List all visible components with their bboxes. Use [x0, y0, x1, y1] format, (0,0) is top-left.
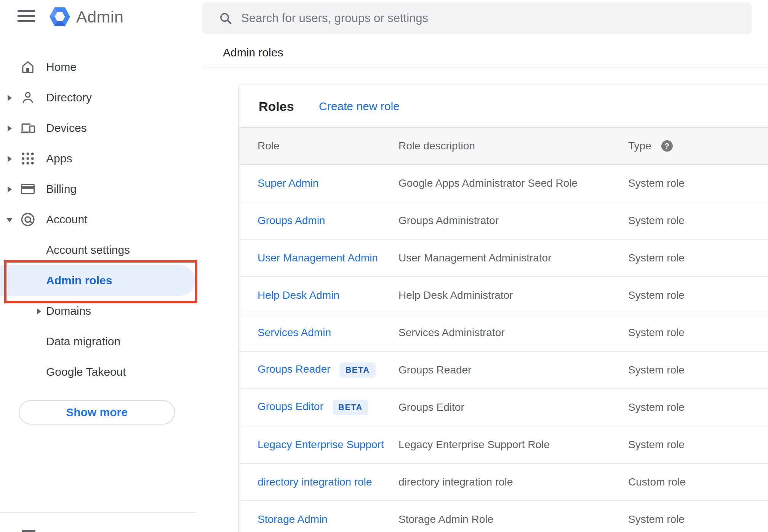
column-header-description: Role description: [398, 140, 628, 152]
table-row: Super AdminGoogle Apps Administrator See…: [239, 165, 768, 202]
sidebar-item-label: Domains: [46, 304, 91, 317]
table-row: directory integration roledirectory inte…: [239, 464, 768, 501]
role-type-cell: System role: [628, 215, 768, 227]
table-header-row: Role Role description Type ?: [239, 127, 768, 165]
annotation-box: [4, 260, 197, 303]
role-link[interactable]: User Management Admin: [258, 252, 378, 264]
menu-hamburger-icon[interactable]: [18, 10, 35, 23]
role-description-cell: Groups Reader: [398, 364, 628, 376]
sidebar-item-label: Home: [46, 61, 77, 74]
role-link[interactable]: Services Admin: [258, 327, 331, 338]
column-header-type-label: Type: [628, 140, 651, 152]
role-description-cell: Legacy Enterprise Support Role: [398, 439, 628, 451]
role-description-cell: Groups Editor: [398, 401, 628, 413]
admin-hexagon-logo-icon: [49, 6, 71, 28]
app-title: Admin: [76, 8, 123, 26]
clipped-bottom-icon: [22, 530, 35, 532]
sidebar-item-devices[interactable]: Devices: [0, 113, 196, 143]
role-cell: Super Admin: [239, 177, 398, 189]
sidebar: Admin HomeDirectoryDevicesAppsBillingAcc…: [0, 0, 196, 532]
role-type-cell: System role: [628, 401, 768, 413]
role-description-cell: Google Apps Administrator Seed Role: [398, 177, 628, 189]
expand-arrow-icon[interactable]: [37, 308, 41, 314]
sidebar-item-billing[interactable]: Billing: [0, 174, 196, 204]
apps-icon: [20, 151, 36, 167]
role-link[interactable]: Storage Admin: [258, 513, 328, 525]
role-description-cell: Groups Administrator: [398, 215, 628, 227]
roles-card-header: Roles Create new role: [239, 85, 768, 127]
sidebar-item-label: Account: [46, 213, 87, 226]
role-cell: Legacy Enterprise Support: [239, 439, 398, 451]
roles-title: Roles: [259, 99, 294, 114]
role-type-cell: System role: [628, 289, 768, 301]
admin-console-page: Admin HomeDirectoryDevicesAppsBillingAcc…: [0, 0, 768, 532]
sidebar-item-home[interactable]: Home: [0, 52, 196, 82]
sidebar-item-label: Google Takeout: [46, 365, 126, 378]
role-description-cell: User Management Administrator: [398, 252, 628, 264]
beta-badge: BETA: [333, 400, 368, 415]
role-type-cell: System role: [628, 364, 768, 376]
role-type-cell: System role: [628, 252, 768, 264]
sidebar-item-apps[interactable]: Apps: [0, 143, 196, 174]
expand-arrow-icon[interactable]: [8, 95, 12, 101]
role-link[interactable]: Groups Reader: [258, 363, 330, 375]
role-cell: Groups EditorBETA: [239, 400, 398, 415]
table-row: Help Desk AdminHelp Desk AdministratorSy…: [239, 277, 768, 314]
card-icon: [20, 181, 36, 197]
expand-arrow-icon[interactable]: [8, 186, 12, 192]
role-link[interactable]: Legacy Enterprise Support: [258, 439, 384, 450]
role-cell: Groups Admin: [239, 215, 398, 227]
column-header-type: Type ?: [628, 140, 768, 152]
role-cell: Help Desk Admin: [239, 289, 398, 301]
sidebar-item-label: Directory: [46, 91, 92, 104]
role-cell: Groups ReaderBETA: [239, 362, 398, 378]
collapse-arrow-icon[interactable]: [6, 218, 13, 222]
role-description-cell: directory integration role: [398, 476, 628, 488]
roles-table-body: Super AdminGoogle Apps Administrator See…: [239, 165, 768, 532]
column-header-role: Role: [239, 140, 398, 152]
beta-badge: BETA: [339, 362, 375, 378]
breadcrumb: Admin roles: [223, 46, 283, 59]
role-cell: User Management Admin: [239, 252, 398, 264]
role-link[interactable]: Groups Admin: [258, 215, 325, 226]
role-link[interactable]: Help Desk Admin: [258, 289, 339, 301]
expand-arrow-icon[interactable]: [8, 156, 12, 162]
role-link[interactable]: Groups Editor: [258, 401, 323, 412]
role-type-cell: System role: [628, 177, 768, 189]
show-more-button[interactable]: Show more: [19, 400, 175, 425]
table-row: Services AdminServices AdministratorSyst…: [239, 314, 768, 352]
role-description-cell: Services Administrator: [398, 327, 628, 339]
sidebar-item-label: Apps: [46, 152, 72, 165]
search-bar: [202, 2, 752, 34]
at-icon: [20, 212, 36, 228]
create-new-role-link[interactable]: Create new role: [319, 100, 400, 113]
sidebar-item-google-takeout[interactable]: Google Takeout: [0, 357, 196, 387]
role-link[interactable]: Super Admin: [258, 177, 318, 189]
role-type-cell: Custom role: [628, 476, 768, 488]
table-row: User Management AdminUser Management Adm…: [239, 240, 768, 277]
table-row: Legacy Enterprise SupportLegacy Enterpri…: [239, 426, 768, 464]
role-description-cell: Help Desk Administrator: [398, 289, 628, 301]
help-icon[interactable]: ?: [661, 140, 673, 152]
sidebar-item-label: Billing: [46, 183, 77, 195]
sidebar-item-account[interactable]: Account: [0, 204, 196, 235]
table-row: Groups AdminGroups AdministratorSystem r…: [239, 202, 768, 240]
role-type-cell: System role: [628, 327, 768, 339]
header-divider: [202, 67, 768, 67]
role-type-cell: System role: [628, 439, 768, 451]
sidebar-item-label: Account settings: [46, 244, 130, 256]
roles-card: Roles Create new role Role Role descript…: [238, 85, 768, 532]
search-input[interactable]: [241, 11, 698, 25]
expand-arrow-icon[interactable]: [8, 125, 12, 131]
sidebar-item-label: Devices: [46, 122, 87, 135]
sidebar-item-data-migration[interactable]: Data migration: [0, 326, 196, 357]
sidebar-divider: [0, 512, 196, 513]
table-row: Groups ReaderBETAGroups ReaderSystem rol…: [239, 352, 768, 389]
search-icon: [218, 11, 233, 26]
role-type-cell: System role: [628, 513, 768, 526]
devices-icon: [20, 120, 36, 136]
home-icon: [20, 59, 36, 75]
role-cell: directory integration role: [239, 476, 398, 488]
role-link[interactable]: directory integration role: [258, 476, 372, 488]
sidebar-item-directory[interactable]: Directory: [0, 82, 196, 113]
